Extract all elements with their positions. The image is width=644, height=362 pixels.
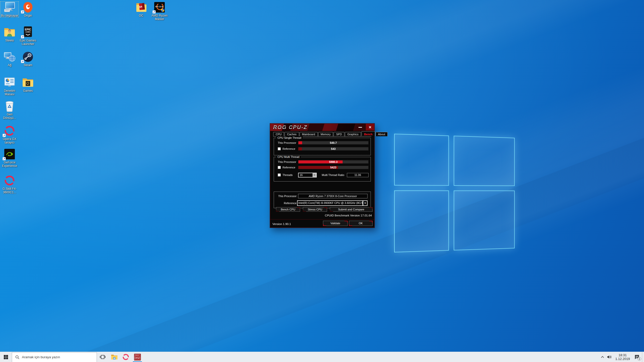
desktop-icon-label: AMD Ryzen Master <box>150 14 169 21</box>
this-pc-icon <box>0 1 19 13</box>
desktop-icon-epic-games[interactable]: EPIC GAMES ↗ Epic Games Launcher <box>19 26 37 46</box>
opera-gx-taskbar-button[interactable] <box>120 352 132 362</box>
desktop-icon-steam[interactable]: ↗ Steam <box>19 51 37 67</box>
desktop-icon-label: Games <box>19 89 37 93</box>
system-tray: 18:31 1.12.2019 1 <box>599 352 644 362</box>
network-icon <box>0 51 19 63</box>
desktop-icon-label: Steam <box>19 63 37 67</box>
notification-badge: 1 <box>637 357 641 361</box>
tab-mainboard[interactable]: Mainboard <box>300 132 318 136</box>
group-title: CPU Single Thread <box>276 136 303 139</box>
reference-checkbox[interactable] <box>278 147 281 150</box>
row-label: This Processor <box>278 141 296 144</box>
desktop-icon-games-folder[interactable]: Games <box>19 76 37 93</box>
desktop-icon-label: Bu bilgisayar <box>0 14 19 17</box>
cpuz-window: ROG CPU-Z ✕ CPU Caches Mainboard Memory … <box>270 123 375 228</box>
benchmark-bar-single-reference: 543 <box>298 147 369 151</box>
file-explorer-button[interactable] <box>108 352 120 362</box>
row-label: Reference <box>283 147 295 150</box>
desktop-icon-label: Opera GX tarayıcı <box>0 137 19 144</box>
show-desktop-button[interactable] <box>642 352 644 362</box>
desktop-icon-this-pc[interactable]: Bu bilgisayar <box>0 1 19 17</box>
app-version-text: Version 1.90.1 <box>272 222 291 225</box>
windows-logo-pane <box>454 136 515 186</box>
cpuz-tab-bar: CPU Caches Mainboard Memory SPD Graphics… <box>273 132 371 137</box>
chevron-down-icon[interactable]: ▼ <box>363 200 368 206</box>
close-button[interactable]: ✕ <box>366 124 374 130</box>
bench-cpu-button[interactable]: Bench CPU <box>276 207 300 212</box>
shortcut-arrow-icon: ↗ <box>152 10 156 14</box>
desktop-icon-origin[interactable]: ↗ Origin <box>19 1 37 17</box>
steam-icon: ↗ <box>19 51 37 63</box>
chevron-down-icon[interactable]: ▼ <box>312 173 316 177</box>
bar-value: 5980.3 <box>298 160 368 163</box>
multi-thread-this-row: This Processor 5980.3 <box>274 160 371 164</box>
desktop-icon-control-panel[interactable]: Denetim Masası <box>0 76 19 96</box>
taskbar-clock[interactable]: 18:31 1.12.2019 <box>615 352 630 362</box>
ok-button[interactable]: OK <box>349 221 373 226</box>
ryzen-master-icon: RYZEN ↗ <box>150 1 169 13</box>
desktop-icon-label: Denetim Masası <box>0 89 19 96</box>
reference-combobox-value: Intel(R) Core(TM) i9-9900KF CPU @ 3.60GH… <box>297 200 363 206</box>
single-thread-reference-row: Reference 543 <box>274 147 371 151</box>
cpuz-titlebar[interactable]: ROG CPU-Z ✕ <box>270 124 374 131</box>
rog-cpuz-icon: ROG CPUZ <box>134 354 141 360</box>
threads-checkbox[interactable] <box>278 173 281 176</box>
threads-select[interactable]: 16 ▼ <box>298 173 317 177</box>
tab-cpu[interactable]: CPU <box>273 132 284 136</box>
start-button[interactable] <box>0 352 12 362</box>
tab-graphics[interactable]: Graphics <box>345 132 361 136</box>
desktop-icon-label: Epic Games Launcher <box>19 39 37 46</box>
bar-value: 5423 <box>298 166 368 169</box>
oc-folder-icon: 64 <box>132 1 150 13</box>
shortcut-arrow-icon: ↗ <box>3 157 6 160</box>
geforce-experience-icon: ↗ <box>0 148 19 160</box>
desktop-icon-oc-folder[interactable]: 64 OC <box>132 1 150 17</box>
this-processor-field: AMD Ryzen 7 3700X 8-Core Processor <box>298 194 368 198</box>
chevron-up-icon <box>601 356 604 358</box>
submit-and-compare-button[interactable]: Submit and Compare <box>330 207 373 212</box>
tab-memory[interactable]: Memory <box>318 132 333 136</box>
hidden-icons-chevron[interactable] <box>599 352 606 362</box>
volume-button[interactable] <box>606 352 613 362</box>
group-title: CPU Multi Thread <box>276 155 301 158</box>
desktop-icon-ryzen-master[interactable]: RYZEN ↗ AMD Ryzen Master <box>150 1 169 21</box>
desktop-icon-network[interactable]: Ağ <box>0 51 19 67</box>
reference-checkbox[interactable] <box>278 166 281 169</box>
desktop-icon-steelo[interactable]: Steelo <box>0 26 19 42</box>
desktop-icon-geforce-experience[interactable]: ↗ GeForce Experience <box>0 148 19 168</box>
desktop-icon-recycle-bin[interactable]: Geri Dönüşü... <box>0 100 19 120</box>
row-label: This Processor <box>278 160 296 163</box>
file-explorer-icon <box>111 354 117 360</box>
desktop-icon-gskill[interactable]: G.Skill F4-3600C1... <box>0 174 19 194</box>
opera-gx-icon <box>123 354 129 360</box>
tab-spd[interactable]: SPD <box>334 132 344 136</box>
shortcut-arrow-icon: ↗ <box>21 60 24 63</box>
threads-value: 16 <box>299 173 312 177</box>
windows-logo <box>394 134 515 252</box>
multi-thread-reference-row: Reference 5423 <box>274 166 371 169</box>
desktop-icon-opera-gx[interactable]: ↗ Opera GX tarayıcı <box>0 125 19 144</box>
action-center-button[interactable]: 1 <box>632 352 642 362</box>
validate-button[interactable]: Validate <box>323 221 348 226</box>
svg-text:RYZEN: RYZEN <box>155 6 164 8</box>
group-processor-selection: This Processor AMD Ryzen 7 3700X 8-Core … <box>274 192 371 208</box>
tab-about[interactable]: About <box>376 132 388 136</box>
tray-time: 18:31 <box>615 353 630 357</box>
reference-combobox[interactable]: Intel(R) Core(TM) i9-9900KF CPU @ 3.60GH… <box>297 200 368 206</box>
games-folder-icon <box>19 76 37 88</box>
desktop-icon-label: G.Skill F4-3600C1... <box>0 187 19 194</box>
tab-caches[interactable]: Caches <box>285 132 299 136</box>
desktop-icon-label: OC <box>132 14 150 17</box>
taskbar-search[interactable]: Aramak için buraya yazın <box>12 352 97 362</box>
taskbar: Aramak için buraya yazın <box>0 352 644 362</box>
reference-label: Reference <box>275 202 297 205</box>
task-view-button[interactable] <box>97 352 108 362</box>
stress-cpu-button[interactable]: Stress CPU <box>303 207 327 212</box>
rog-cpuz-taskbar-button[interactable]: ROG CPUZ <box>132 352 143 362</box>
minimize-button[interactable] <box>358 127 362 128</box>
tab-bench[interactable]: Bench <box>361 131 375 136</box>
windows-logo-pane <box>394 134 449 186</box>
search-icon <box>15 355 19 359</box>
group-cpu-multi-thread: CPU Multi Thread This Processor 5980.3 R… <box>274 157 371 182</box>
